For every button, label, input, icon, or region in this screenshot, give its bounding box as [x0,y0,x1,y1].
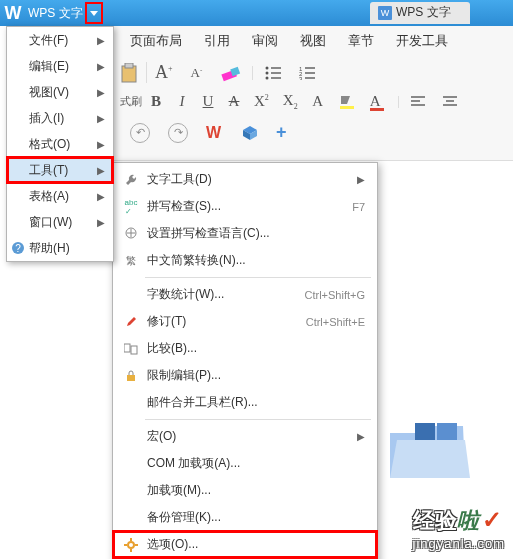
ribbon-row-1: A+ A- 123 [120,62,315,83]
folder-preview [385,418,475,488]
app-title: WPS 文字 [26,5,83,22]
gear-icon [121,538,141,552]
font-color-button[interactable]: A [370,93,384,111]
compare-icon [121,343,141,355]
wps-logo-icon: W [0,0,26,26]
submenu-word-count[interactable]: 字数统计(W)...Ctrl+Shift+G [113,281,377,308]
add-button[interactable]: + [276,122,287,143]
menu-separator [145,277,371,278]
submenu-compare[interactable]: 比较(B)... [113,335,377,362]
svg-rect-20 [443,96,457,98]
document-tab[interactable]: W WPS 文字 [378,4,451,21]
lang-icon [121,227,141,240]
tab-view[interactable]: 视图 [300,32,326,50]
align-left-icon [411,96,425,108]
svg-rect-22 [443,104,457,106]
paste-button[interactable] [120,63,140,83]
submenu-com-addins[interactable]: COM 加载项(A)... [113,450,377,477]
svg-point-4 [266,66,269,69]
menu-view[interactable]: 视图(V)▶ [7,79,113,105]
menu-format[interactable]: 格式(O)▶ [7,131,113,157]
tab-chapters[interactable]: 章节 [348,32,374,50]
tab-review[interactable]: 审阅 [252,32,278,50]
w-red-icon: W [206,125,224,141]
wps-cloud-button[interactable]: W [206,125,224,141]
svg-rect-19 [411,104,425,106]
align-center-button[interactable] [443,96,457,108]
folder-icon [385,418,475,488]
menu-table[interactable]: 表格(A)▶ [7,183,113,209]
align-left-button[interactable] [411,96,425,108]
tab-page-layout[interactable]: 页面布局 [130,32,182,50]
submenu-addins[interactable]: 加载项(M)... [113,477,377,504]
menu-tools[interactable]: 工具(T)▶ [7,157,113,183]
quick-access-row: ↶ ↷ W + [130,122,287,143]
eraser-icon [220,64,242,82]
svg-rect-18 [411,100,420,102]
submenu-chinese-convert[interactable]: 繁 中文简繁转换(N)... [113,247,377,274]
chevron-right-icon: ▶ [97,87,105,98]
menu-help[interactable]: ?帮助(H) [7,235,113,261]
chevron-right-icon: ▶ [357,431,365,442]
submenu-text-tools[interactable]: 文字工具(D)▶ [113,166,377,193]
change-case-button[interactable]: A [312,93,324,110]
help-icon: ? [12,242,24,254]
check-icon: ✓ [482,506,502,533]
submenu-revisions[interactable]: 修订(T)Ctrl+Shift+E [113,308,377,335]
svg-rect-13 [305,72,315,74]
lock-icon [121,369,141,382]
bold-button[interactable]: B [150,93,162,110]
underline-button[interactable]: U [202,93,214,110]
submenu-spellcheck[interactable]: abc✓ 拼写检查(S)...F7 [113,193,377,220]
chevron-right-icon: ▶ [97,35,105,46]
svg-rect-21 [446,100,454,102]
svg-rect-26 [131,346,137,354]
svg-rect-1 [125,63,133,68]
submenu-restrict-edit[interactable]: 限制编辑(P)... [113,362,377,389]
redo-button[interactable]: ↷ [168,123,188,143]
bullets-icon [265,66,281,80]
pen-icon [121,315,141,328]
font-shrink-button[interactable]: A- [191,65,203,81]
menu-insert[interactable]: 插入(I)▶ [7,105,113,131]
svg-text:W: W [206,125,222,141]
document-icon: W [378,6,392,20]
submenu-options[interactable]: 选项(O)... [113,531,377,558]
cube-button[interactable] [242,125,258,141]
clear-format-button[interactable] [220,64,242,82]
menu-edit[interactable]: 编辑(E)▶ [7,53,113,79]
submenu-backup[interactable]: 备份管理(K)... [113,504,377,531]
svg-rect-7 [271,72,281,74]
svg-point-8 [266,76,269,79]
number-list-button[interactable]: 123 [299,66,315,80]
font-grow-button[interactable]: A+ [155,62,173,83]
menu-file[interactable]: 文件(F)▶ [7,27,113,53]
watermark: 经验啦 ✓ jingyanla.com [413,506,506,551]
watermark-brand: 经验 [413,506,457,536]
svg-rect-25 [124,344,130,352]
italic-button[interactable]: I [176,93,188,110]
svg-rect-27 [127,375,135,381]
highlighter-icon [338,94,356,110]
strikethrough-button[interactable]: A [228,93,240,110]
submenu-spellcheck-lang[interactable]: 设置拼写检查语言(C)... [113,220,377,247]
app-menu-dropdown-button[interactable] [85,2,103,24]
svg-rect-11 [305,67,315,69]
ribbon-row-2: 式刷 B I U A X2 X2 A A [120,92,457,111]
highlight-color-button[interactable] [338,94,356,110]
tab-developer[interactable]: 开发工具 [396,32,448,50]
submenu-macro[interactable]: 宏(O)▶ [113,423,377,450]
svg-rect-16 [340,106,354,109]
svg-text:3: 3 [299,76,303,80]
ribbon-tabs: 页面布局 引用 审阅 视图 章节 开发工具 [130,32,448,50]
superscript-button[interactable]: X2 [254,93,269,110]
menu-window[interactable]: 窗口(W)▶ [7,209,113,235]
bullet-list-button[interactable] [265,66,281,80]
format-painter-label[interactable]: 式刷 [120,94,142,109]
svg-point-28 [128,542,134,548]
undo-button[interactable]: ↶ [130,123,150,143]
subscript-button[interactable]: X2 [283,92,298,111]
chevron-right-icon: ▶ [97,113,105,124]
submenu-mail-merge[interactable]: 邮件合并工具栏(R)... [113,389,377,416]
tab-references[interactable]: 引用 [204,32,230,50]
